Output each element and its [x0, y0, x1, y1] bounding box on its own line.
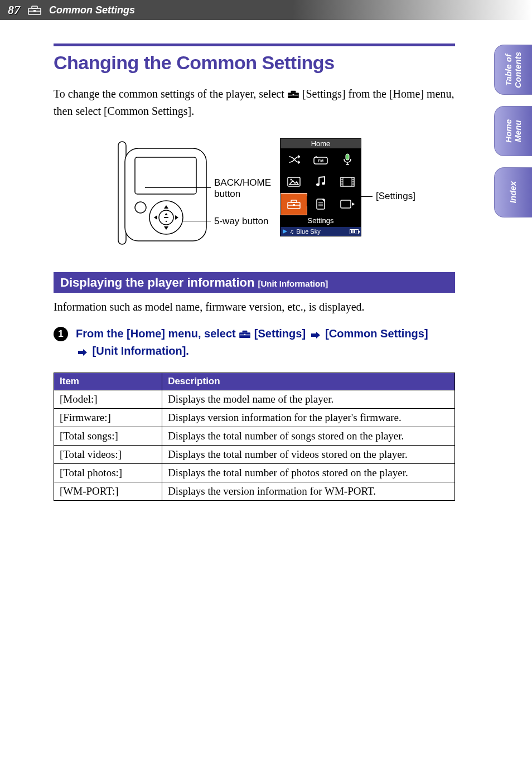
svg-rect-55 [244, 334, 246, 336]
table-row: [Total songs:] Displays the total number… [54, 427, 455, 446]
screen-selected-label: Settings [280, 215, 361, 227]
table-cell-desc: Displays version information for the pla… [162, 409, 455, 427]
table-cell-item: [WM-PORT:] [54, 482, 162, 501]
table-row: [WM-PORT:] Displays the version informat… [54, 482, 455, 501]
device-diagram: BACK/HOME button 5-way button Home FM S [115, 138, 455, 250]
step-1: 1 From the [Home] menu, select [Settings… [54, 326, 455, 360]
svg-point-30 [322, 182, 325, 185]
section-banner: Displaying the player information [Unit … [54, 272, 455, 293]
home-item-photos [280, 171, 307, 193]
toolbox-icon [239, 327, 251, 343]
tab-label: Index [509, 181, 518, 203]
svg-rect-1 [32, 6, 37, 8]
table-cell-desc: Displays the model name of the player. [162, 390, 455, 409]
step-seg3: [Unit Information]. [93, 345, 189, 357]
step-instruction: From the [Home] menu, select [Settings] … [76, 326, 428, 360]
unit-information-table: Item Description [Model:] Displays the m… [54, 373, 455, 501]
arrow-right-icon [311, 327, 320, 343]
table-cell-desc: Displays the total number of photos stor… [162, 464, 455, 482]
callout-line [307, 196, 307, 206]
svg-rect-49 [341, 200, 351, 208]
svg-rect-10 [135, 157, 196, 194]
svg-rect-3 [33, 10, 36, 12]
home-item-videos [334, 171, 361, 193]
music-note-icon: ♫ [289, 228, 294, 235]
table-cell-item: [Model:] [54, 390, 162, 409]
table-header-row: Item Description [54, 373, 455, 390]
callout-five-way: 5-way button [214, 216, 268, 227]
callout-line [182, 221, 211, 221]
section-main-title: Displaying the player information [60, 275, 254, 290]
toolbox-icon [28, 5, 41, 15]
tab-home-menu[interactable]: Home Menu [494, 106, 532, 156]
table-cell-item: [Firmware:] [54, 409, 162, 427]
tab-table-of-contents[interactable]: Table of Contents [494, 45, 532, 95]
section-description: Information such as model name, firmware… [54, 301, 455, 313]
svg-text:FM: FM [318, 159, 323, 163]
table-cell-item: [Total songs:] [54, 427, 162, 446]
svg-marker-56 [311, 332, 320, 339]
table-row: [Total videos:] Displays the total numbe… [54, 446, 455, 464]
svg-marker-51 [283, 229, 287, 234]
tab-label: Table of Contents [504, 52, 523, 88]
device-screen: Home FM Settings ♫ [280, 138, 361, 236]
table-cell-item: [Total videos:] [54, 446, 162, 464]
page-content: Changing the Common Settings To change t… [54, 43, 455, 501]
section-sub-title: [Unit Information] [258, 279, 328, 288]
screen-title: Home [280, 139, 361, 148]
battery-icon [350, 229, 359, 234]
table-row: [Total photos:] Displays the total numbe… [54, 464, 455, 482]
home-item-mic [334, 148, 361, 171]
home-icon-grid: FM [280, 148, 361, 215]
table-row: [Model:] Displays the model name of the … [54, 390, 455, 409]
step-number-badge: 1 [54, 327, 68, 341]
table-cell-item: [Total photos:] [54, 464, 162, 482]
svg-marker-45 [322, 199, 325, 202]
tab-index[interactable]: Index [494, 167, 532, 217]
screen-nowplaying-bar: ♫ Blue Sky [280, 227, 361, 236]
header-section-title: Common Settings [49, 4, 135, 16]
page-header: 87 Common Settings [0, 0, 532, 20]
step-prefix: From the [Home] menu, select [76, 327, 239, 340]
home-item-settings [280, 193, 307, 215]
svg-marker-27 [289, 181, 298, 185]
device-outline-icon [115, 138, 210, 250]
intro-text-1: To change the common settings of the pla… [54, 88, 287, 100]
svg-marker-21 [298, 155, 300, 158]
side-tabs: Table of Contents Home Menu Index [494, 45, 532, 217]
title-rule [54, 43, 455, 46]
table-row: [Firmware:] Displays version information… [54, 409, 455, 427]
svg-rect-43 [293, 204, 295, 206]
page-title: Changing the Common Settings [54, 52, 455, 74]
toolbox-icon [287, 87, 299, 103]
page-number: 87 [8, 3, 20, 17]
svg-rect-41 [291, 200, 297, 202]
table-cell-desc: Displays the total number of videos stor… [162, 446, 455, 464]
home-item-music [307, 171, 334, 193]
play-icon [283, 228, 287, 235]
svg-rect-19 [164, 217, 168, 218]
callout-line [307, 196, 373, 197]
svg-point-11 [135, 202, 146, 213]
table-header-desc: Description [162, 373, 455, 390]
svg-point-29 [316, 183, 320, 186]
arrow-right-icon [78, 344, 87, 360]
svg-rect-7 [292, 94, 294, 96]
home-item-fm: FM [307, 148, 334, 171]
now-playing-title: Blue Sky [296, 228, 320, 235]
svg-point-20 [166, 221, 167, 222]
svg-rect-25 [346, 154, 349, 160]
step-seg1: [Settings] [254, 327, 306, 340]
svg-marker-50 [352, 202, 355, 206]
table-cell-desc: Displays the version information for WM-… [162, 482, 455, 501]
svg-marker-57 [78, 349, 87, 356]
callout-line [145, 187, 211, 188]
step-seg2: [Common Settings] [325, 327, 428, 340]
table-header-item: Item [54, 373, 162, 390]
callout-back-home: BACK/HOME button [214, 177, 275, 200]
svg-rect-5 [291, 91, 296, 93]
table-cell-desc: Displays the total number of songs store… [162, 427, 455, 446]
callout-settings: [Settings] [376, 191, 415, 202]
svg-rect-53 [243, 331, 248, 333]
home-item-shuffle [280, 148, 307, 171]
